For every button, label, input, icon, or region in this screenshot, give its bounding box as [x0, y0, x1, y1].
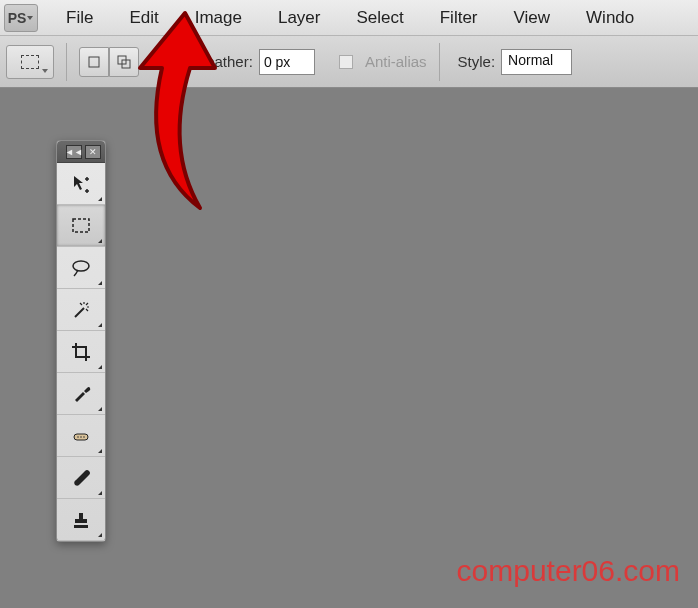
menu-window[interactable]: Windo: [568, 2, 652, 34]
selection-new-button[interactable]: [79, 47, 109, 77]
crop-icon: [70, 341, 92, 363]
palette-header: ◄◄ ✕: [57, 141, 105, 163]
svg-rect-0: [89, 57, 99, 67]
menu-filter[interactable]: Filter: [422, 2, 496, 34]
wand-tool[interactable]: [57, 289, 105, 331]
marquee-icon: [70, 215, 92, 237]
stamp-tool[interactable]: [57, 499, 105, 541]
style-label: Style:: [458, 53, 496, 70]
active-tool-indicator[interactable]: [6, 45, 54, 79]
svg-point-8: [83, 436, 85, 438]
healing-tool[interactable]: [57, 415, 105, 457]
menu-image[interactable]: Image: [177, 2, 260, 34]
watermark: computer06.com: [457, 554, 680, 588]
wand-icon: [70, 299, 92, 321]
selection-mode-group: [79, 47, 139, 77]
options-bar: Feather: Anti-alias Style: Normal: [0, 36, 698, 88]
palette-collapse-button[interactable]: ◄◄: [66, 145, 82, 159]
antialias-label: Anti-alias: [365, 53, 427, 70]
menu-edit[interactable]: Edit: [111, 2, 176, 34]
lasso-icon: [70, 257, 92, 279]
rect-icon: [86, 54, 102, 70]
eyedropper-icon: [70, 383, 92, 405]
tools-palette: ◄◄ ✕: [56, 140, 106, 542]
style-select[interactable]: Normal: [501, 49, 572, 75]
separator: [66, 43, 67, 81]
svg-point-4: [73, 261, 89, 271]
separator: [439, 43, 440, 81]
palette-close-button[interactable]: ✕: [85, 145, 101, 159]
marquee-tool[interactable]: [57, 205, 105, 247]
healing-icon: [70, 425, 92, 447]
svg-point-6: [77, 436, 79, 438]
feather-input[interactable]: [259, 49, 315, 75]
move-tool[interactable]: [57, 163, 105, 205]
brush-tool[interactable]: [57, 457, 105, 499]
feather-label: Feather:: [197, 53, 253, 70]
eyedropper-tool[interactable]: [57, 373, 105, 415]
svg-rect-9: [74, 525, 88, 528]
svg-rect-3: [73, 219, 89, 232]
app-logo[interactable]: PS: [4, 4, 38, 32]
menu-bar: PS File Edit Image Layer Select Filter V…: [0, 0, 698, 36]
menu-view[interactable]: View: [496, 2, 569, 34]
selection-add-button[interactable]: [109, 47, 139, 77]
antialias-checkbox: [339, 55, 353, 69]
move-icon: [70, 173, 92, 195]
crop-tool[interactable]: [57, 331, 105, 373]
menu-file[interactable]: File: [48, 2, 111, 34]
marquee-icon: [21, 55, 39, 69]
lasso-tool[interactable]: [57, 247, 105, 289]
rect-add-icon: [116, 54, 132, 70]
brush-icon: [70, 467, 92, 489]
menu-select[interactable]: Select: [338, 2, 421, 34]
stamp-icon: [70, 509, 92, 531]
menu-layer[interactable]: Layer: [260, 2, 339, 34]
svg-point-7: [80, 436, 82, 438]
